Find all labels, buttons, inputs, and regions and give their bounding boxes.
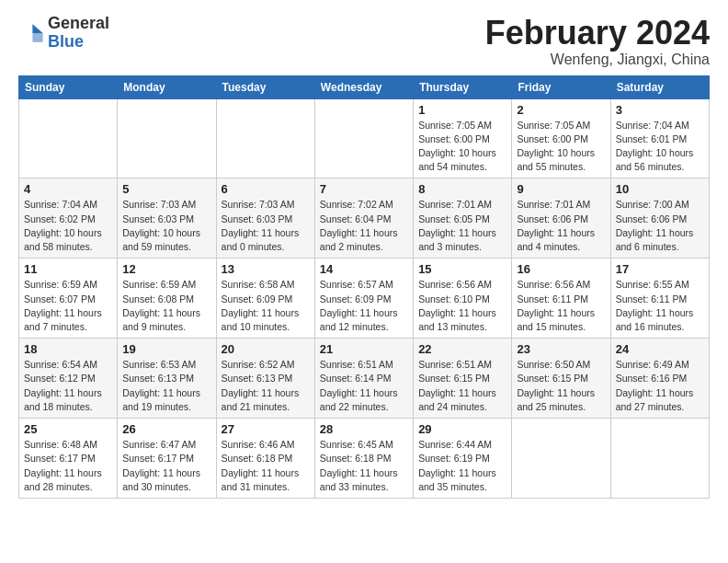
day-info: Sunrise: 6:47 AMSunset: 6:17 PMDaylight:… [122, 438, 210, 494]
day-info: Sunrise: 6:57 AMSunset: 6:09 PMDaylight:… [320, 278, 408, 334]
calendar-week-row: 1Sunrise: 7:05 AMSunset: 6:00 PMDaylight… [19, 98, 710, 178]
location-subtitle: Wenfeng, Jiangxi, China [485, 52, 710, 68]
day-info: Sunrise: 6:48 AMSunset: 6:17 PMDaylight:… [24, 438, 112, 494]
day-info: Sunrise: 7:01 AMSunset: 6:05 PMDaylight:… [418, 198, 506, 254]
day-info: Sunrise: 7:03 AMSunset: 6:03 PMDaylight:… [222, 198, 310, 254]
day-number: 19 [122, 342, 210, 356]
day-info: Sunrise: 7:02 AMSunset: 6:04 PMDaylight:… [320, 198, 408, 254]
table-row: 25Sunrise: 6:48 AMSunset: 6:17 PMDayligh… [19, 419, 118, 499]
col-wednesday: Wednesday [314, 75, 413, 98]
calendar-header-row: Sunday Monday Tuesday Wednesday Thursday… [19, 75, 710, 98]
day-info: Sunrise: 6:59 AMSunset: 6:07 PMDaylight:… [24, 278, 112, 334]
col-monday: Monday [118, 75, 216, 98]
day-number: 26 [122, 422, 210, 436]
logo-blue: Blue [48, 32, 84, 51]
day-info: Sunrise: 6:56 AMSunset: 6:10 PMDaylight:… [418, 278, 506, 334]
day-info: Sunrise: 6:56 AMSunset: 6:11 PMDaylight:… [517, 278, 605, 334]
table-row: 26Sunrise: 6:47 AMSunset: 6:17 PMDayligh… [118, 419, 216, 499]
table-row: 17Sunrise: 6:55 AMSunset: 6:11 PMDayligh… [610, 259, 709, 339]
day-number: 16 [517, 262, 605, 276]
table-row: 3Sunrise: 7:04 AMSunset: 6:01 PMDaylight… [610, 98, 709, 178]
table-row: 29Sunrise: 6:44 AMSunset: 6:19 PMDayligh… [414, 419, 512, 499]
logo: General Blue [18, 15, 109, 52]
table-row: 9Sunrise: 7:01 AMSunset: 6:06 PMDaylight… [512, 178, 610, 259]
calendar-week-row: 4Sunrise: 7:04 AMSunset: 6:02 PMDaylight… [19, 178, 710, 259]
day-number: 8 [418, 182, 506, 196]
table-row: 22Sunrise: 6:51 AMSunset: 6:15 PMDayligh… [414, 339, 512, 419]
day-number: 1 [418, 103, 506, 117]
day-number: 24 [616, 342, 704, 356]
day-number: 17 [616, 262, 704, 276]
table-row: 15Sunrise: 6:56 AMSunset: 6:10 PMDayligh… [414, 259, 512, 339]
day-number: 3 [616, 103, 704, 117]
day-number: 22 [418, 342, 506, 356]
day-number: 9 [517, 182, 605, 196]
table-row: 20Sunrise: 6:52 AMSunset: 6:13 PMDayligh… [216, 339, 314, 419]
calendar-week-row: 11Sunrise: 6:59 AMSunset: 6:07 PMDayligh… [19, 259, 710, 339]
day-number: 20 [222, 342, 310, 356]
svg-marker-0 [32, 24, 42, 33]
day-info: Sunrise: 7:05 AMSunset: 6:00 PMDaylight:… [517, 119, 605, 175]
day-info: Sunrise: 7:01 AMSunset: 6:06 PMDaylight:… [517, 198, 605, 254]
day-number: 7 [320, 182, 408, 196]
table-row: 5Sunrise: 7:03 AMSunset: 6:03 PMDaylight… [118, 178, 216, 259]
day-number: 11 [24, 262, 112, 276]
day-number: 28 [320, 422, 408, 436]
day-info: Sunrise: 6:58 AMSunset: 6:09 PMDaylight:… [222, 278, 310, 334]
day-info: Sunrise: 6:46 AMSunset: 6:18 PMDaylight:… [222, 438, 310, 494]
calendar-week-row: 25Sunrise: 6:48 AMSunset: 6:17 PMDayligh… [19, 419, 710, 499]
col-saturday: Saturday [610, 75, 709, 98]
day-number: 10 [616, 182, 704, 196]
day-info: Sunrise: 6:54 AMSunset: 6:12 PMDaylight:… [24, 358, 112, 414]
col-sunday: Sunday [19, 75, 118, 98]
day-info: Sunrise: 6:49 AMSunset: 6:16 PMDaylight:… [616, 358, 704, 414]
day-info: Sunrise: 6:44 AMSunset: 6:19 PMDaylight:… [418, 438, 506, 494]
day-info: Sunrise: 6:51 AMSunset: 6:14 PMDaylight:… [320, 358, 408, 414]
table-row: 12Sunrise: 6:59 AMSunset: 6:08 PMDayligh… [118, 259, 216, 339]
title-block: February 2024 Wenfeng, Jiangxi, China [485, 15, 710, 68]
table-row: 13Sunrise: 6:58 AMSunset: 6:09 PMDayligh… [216, 259, 314, 339]
svg-marker-1 [32, 33, 42, 42]
table-row [118, 98, 216, 178]
col-friday: Friday [512, 75, 610, 98]
day-info: Sunrise: 7:00 AMSunset: 6:06 PMDaylight:… [616, 198, 704, 254]
table-row: 28Sunrise: 6:45 AMSunset: 6:18 PMDayligh… [314, 419, 413, 499]
table-row: 4Sunrise: 7:04 AMSunset: 6:02 PMDaylight… [19, 178, 118, 259]
calendar-week-row: 18Sunrise: 6:54 AMSunset: 6:12 PMDayligh… [19, 339, 710, 419]
day-info: Sunrise: 6:53 AMSunset: 6:13 PMDaylight:… [122, 358, 210, 414]
day-number: 6 [222, 182, 310, 196]
day-info: Sunrise: 6:51 AMSunset: 6:15 PMDaylight:… [418, 358, 506, 414]
day-number: 2 [517, 103, 605, 117]
day-number: 13 [222, 262, 310, 276]
table-row [512, 419, 610, 499]
col-tuesday: Tuesday [216, 75, 314, 98]
table-row: 11Sunrise: 6:59 AMSunset: 6:07 PMDayligh… [19, 259, 118, 339]
day-info: Sunrise: 6:50 AMSunset: 6:15 PMDaylight:… [517, 358, 605, 414]
day-number: 25 [24, 422, 112, 436]
table-row: 21Sunrise: 6:51 AMSunset: 6:14 PMDayligh… [314, 339, 413, 419]
month-title: February 2024 [485, 15, 710, 52]
day-info: Sunrise: 6:45 AMSunset: 6:18 PMDaylight:… [320, 438, 408, 494]
table-row: 14Sunrise: 6:57 AMSunset: 6:09 PMDayligh… [314, 259, 413, 339]
col-thursday: Thursday [414, 75, 512, 98]
table-row [610, 419, 709, 499]
day-number: 5 [122, 182, 210, 196]
table-row: 23Sunrise: 6:50 AMSunset: 6:15 PMDayligh… [512, 339, 610, 419]
table-row: 18Sunrise: 6:54 AMSunset: 6:12 PMDayligh… [19, 339, 118, 419]
day-number: 21 [320, 342, 408, 356]
table-row: 7Sunrise: 7:02 AMSunset: 6:04 PMDaylight… [314, 178, 413, 259]
table-row: 1Sunrise: 7:05 AMSunset: 6:00 PMDaylight… [414, 98, 512, 178]
table-row: 16Sunrise: 6:56 AMSunset: 6:11 PMDayligh… [512, 259, 610, 339]
day-info: Sunrise: 7:04 AMSunset: 6:02 PMDaylight:… [24, 198, 112, 254]
logo-text: General Blue [48, 15, 109, 52]
day-number: 29 [418, 422, 506, 436]
table-row: 6Sunrise: 7:03 AMSunset: 6:03 PMDaylight… [216, 178, 314, 259]
table-row: 2Sunrise: 7:05 AMSunset: 6:00 PMDaylight… [512, 98, 610, 178]
day-info: Sunrise: 6:55 AMSunset: 6:11 PMDaylight:… [616, 278, 704, 334]
table-row [19, 98, 118, 178]
calendar-table: Sunday Monday Tuesday Wednesday Thursday… [18, 75, 710, 499]
day-info: Sunrise: 6:52 AMSunset: 6:13 PMDaylight:… [222, 358, 310, 414]
day-info: Sunrise: 6:59 AMSunset: 6:08 PMDaylight:… [122, 278, 210, 334]
day-number: 27 [222, 422, 310, 436]
table-row [216, 98, 314, 178]
